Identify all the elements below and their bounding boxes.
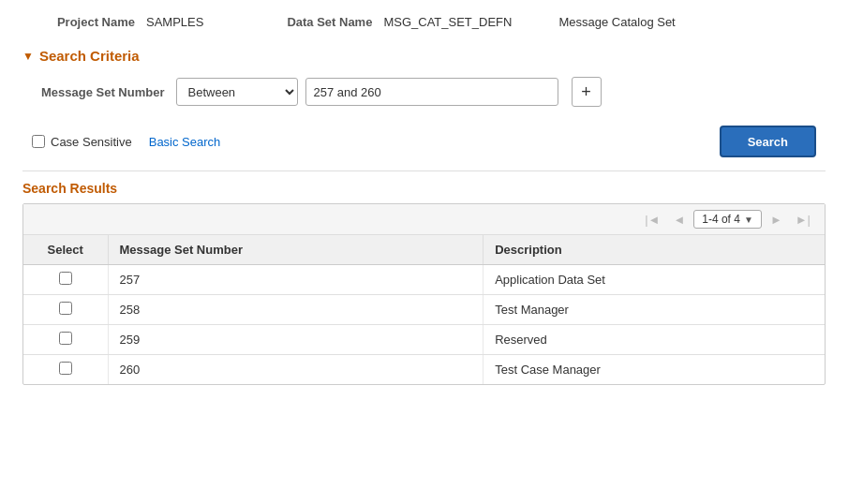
project-name-row: Project Name SAMPLES xyxy=(22,15,203,29)
header-info: Project Name SAMPLES Data Set Name MSG_C… xyxy=(22,15,826,35)
pagination-bar: |◄ ◄ 1-4 of 4 ▼ ► ►| xyxy=(23,204,825,235)
search-results-title: Search Results xyxy=(22,181,826,196)
page-container: Project Name SAMPLES Data Set Name MSG_C… xyxy=(0,0,848,400)
col-msg-set-number: Message Set Number xyxy=(108,235,484,265)
project-name-value: SAMPLES xyxy=(146,15,203,29)
case-sensitive-checkbox[interactable] xyxy=(32,135,45,148)
row-select-cell xyxy=(23,355,108,385)
row-description: Application Data Set xyxy=(484,265,825,295)
table-row: 257Application Data Set xyxy=(23,265,825,295)
row-description: Reserved xyxy=(484,325,825,355)
criteria-row: Message Set Number Between Equal to Not … xyxy=(22,77,826,107)
search-criteria-title: Search Criteria xyxy=(39,48,140,64)
last-page-button[interactable]: ►| xyxy=(791,211,815,229)
row-description: Test Case Manager xyxy=(484,355,825,385)
pagination-display: 1-4 of 4 ▼ xyxy=(693,210,762,229)
row-select-cell xyxy=(23,265,108,295)
project-name-label: Project Name xyxy=(22,15,135,29)
header-row: Select Message Set Number Description xyxy=(23,235,825,265)
search-results-section: Search Results |◄ ◄ 1-4 of 4 ▼ ► ►| Sele… xyxy=(22,181,826,385)
row-msg-set-number: 258 xyxy=(108,295,484,325)
dataset-type-label: Message Catalog Set xyxy=(558,15,675,29)
dataset-name-row: Data Set Name MSG_CAT_SET_DEFN Message C… xyxy=(260,15,686,29)
row-description: Test Manager xyxy=(484,295,825,325)
pagination-text: 1-4 of 4 xyxy=(702,213,740,226)
criteria-value-input[interactable] xyxy=(305,78,558,106)
row-msg-set-number: 257 xyxy=(108,265,484,295)
first-page-button[interactable]: |◄ xyxy=(640,211,664,229)
row-checkbox[interactable] xyxy=(59,272,72,285)
row-select-cell xyxy=(23,325,108,355)
criteria-field-label: Message Set Number xyxy=(41,85,165,99)
pagination-dropdown-icon[interactable]: ▼ xyxy=(744,215,753,225)
prev-page-button[interactable]: ◄ xyxy=(668,211,690,229)
dataset-name-label: Data Set Name xyxy=(260,15,372,29)
row-msg-set-number: 259 xyxy=(108,325,484,355)
collapse-icon[interactable]: ▼ xyxy=(22,50,34,63)
dataset-name-value: MSG_CAT_SET_DEFN xyxy=(383,15,512,29)
add-criteria-button[interactable]: + xyxy=(572,77,602,107)
results-tbody: 257Application Data Set258Test Manager25… xyxy=(23,265,825,385)
col-description: Description xyxy=(484,235,825,265)
operator-select[interactable]: Between Equal to Not Equal to Greater th… xyxy=(176,78,298,106)
results-table: Select Message Set Number Description 25… xyxy=(23,235,825,384)
row-checkbox[interactable] xyxy=(59,332,72,345)
row-checkbox[interactable] xyxy=(59,302,72,315)
next-page-button[interactable]: ► xyxy=(766,211,787,229)
left-actions: Case Sensitive Basic Search xyxy=(32,135,220,149)
row-checkbox[interactable] xyxy=(59,362,72,375)
case-sensitive-text: Case Sensitive xyxy=(51,135,132,149)
table-row: 260Test Case Manager xyxy=(23,355,825,385)
search-button[interactable]: Search xyxy=(720,126,816,157)
basic-search-link[interactable]: Basic Search xyxy=(149,135,221,149)
case-sensitive-checkbox-label[interactable]: Case Sensitive xyxy=(32,135,132,149)
row-select-cell xyxy=(23,295,108,325)
results-table-wrapper: |◄ ◄ 1-4 of 4 ▼ ► ►| Select Message Set … xyxy=(22,203,826,385)
table-row: 259Reserved xyxy=(23,325,825,355)
search-criteria-section-header: ▼ Search Criteria xyxy=(22,48,826,64)
col-select: Select xyxy=(23,235,108,265)
table-row: 258Test Manager xyxy=(23,295,825,325)
table-header: Select Message Set Number Description xyxy=(23,235,825,265)
row-msg-set-number: 260 xyxy=(108,355,484,385)
search-actions-row: Case Sensitive Basic Search Search xyxy=(22,126,826,171)
